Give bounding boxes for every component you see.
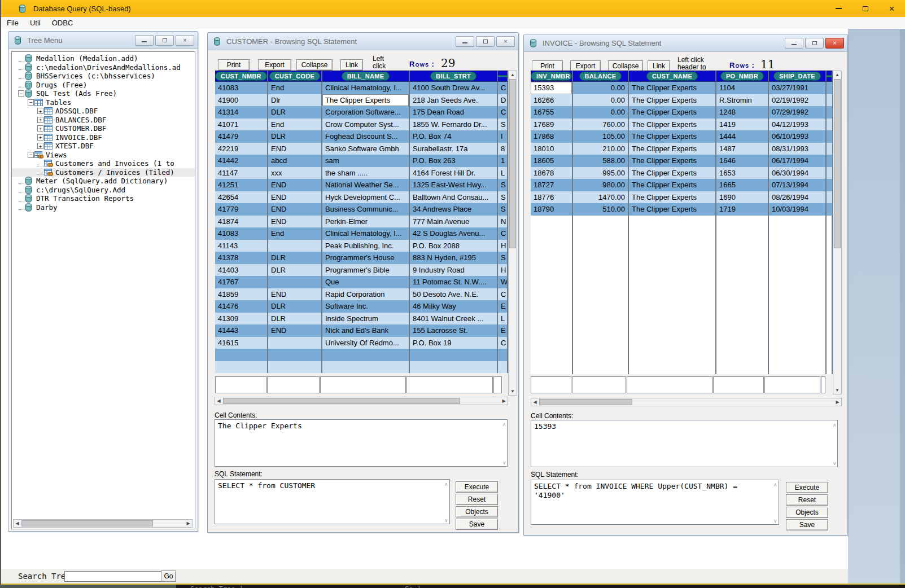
grid-cell[interactable]: Sanko Software Gmbh bbox=[322, 143, 410, 155]
maximize-button[interactable] bbox=[805, 38, 824, 49]
grid-cell[interactable]: R.Stromin bbox=[716, 94, 769, 107]
save-button[interactable]: Save bbox=[456, 519, 498, 530]
grid-cell[interactable]: Peak Publishing, Inc. bbox=[322, 240, 410, 252]
grid-cell[interactable]: 07/13/1994 bbox=[769, 179, 827, 191]
tree-expander-minus-icon[interactable]: − bbox=[18, 90, 24, 96]
grid-cell[interactable]: E bbox=[498, 324, 508, 337]
grid-cell[interactable]: 06/10/1993 bbox=[769, 130, 827, 143]
grid-cell[interactable] bbox=[268, 337, 322, 349]
reset-button[interactable]: Reset bbox=[456, 494, 498, 505]
grid-cell[interactable]: 08/31/1993 bbox=[769, 143, 827, 155]
grid-cell[interactable]: Foghead Discount S... bbox=[322, 130, 410, 143]
grid-cell[interactable]: 18010 bbox=[531, 143, 573, 155]
grid-cell[interactable]: Dlr bbox=[268, 94, 322, 107]
grid-cell[interactable]: the sham ..... bbox=[322, 167, 410, 179]
column-header-partial[interactable] bbox=[498, 71, 508, 82]
tree-expander-plus-icon[interactable]: + bbox=[37, 108, 43, 114]
export-button[interactable]: Export bbox=[258, 59, 291, 71]
grid-cell[interactable]: Crow Computer Syst... bbox=[322, 119, 410, 131]
grid-cell[interactable]: Corporation Software... bbox=[322, 106, 410, 119]
grid-cell[interactable]: 16266 bbox=[531, 94, 573, 107]
grid-cell[interactable]: 41251 bbox=[215, 179, 268, 191]
tree-item[interactable]: c:\drugs\SqlQuery.Add bbox=[12, 186, 195, 195]
tree-item[interactable]: −Tables bbox=[12, 98, 195, 107]
tree-item[interactable]: −Views bbox=[12, 151, 195, 160]
grid-cell[interactable]: 41443 bbox=[215, 324, 268, 337]
grid-cell[interactable]: Clinical Hematology, I... bbox=[322, 82, 410, 94]
grid-cell[interactable]: 04/12/1993 bbox=[769, 119, 827, 131]
grid-cell[interactable]: End bbox=[268, 82, 322, 94]
grid-cell[interactable]: 9 Industry Road bbox=[410, 264, 498, 277]
scroll-right-arrow[interactable]: ▶ bbox=[500, 397, 508, 405]
collapse-button[interactable]: Collapse bbox=[608, 60, 643, 72]
grid-cell[interactable]: 1665 bbox=[716, 179, 769, 191]
column-header-partial[interactable] bbox=[827, 71, 833, 82]
grid-cell[interactable]: D bbox=[498, 94, 508, 107]
grid-cell[interactable]: DLR bbox=[268, 300, 322, 313]
grid-cell[interactable]: Clinical Hematology, I... bbox=[322, 227, 410, 240]
scroll-up-arrow[interactable]: ▲ bbox=[833, 71, 841, 78]
grid-cell[interactable]: 1653 bbox=[716, 167, 769, 179]
grid-cell[interactable]: Balltown And Consau... bbox=[410, 191, 498, 204]
grid-cell[interactable]: 41314 bbox=[215, 106, 268, 119]
tree-expander-plus-icon[interactable]: + bbox=[37, 134, 43, 141]
grid-cell[interactable]: 08/26/1994 bbox=[769, 191, 827, 204]
grid-cell[interactable] bbox=[215, 349, 268, 361]
grid-cell[interactable]: 510.00 bbox=[573, 203, 629, 216]
grid-footer-cell[interactable] bbox=[215, 376, 266, 393]
grid-cell[interactable]: Que bbox=[322, 276, 410, 288]
grid-cell[interactable]: W bbox=[498, 276, 508, 288]
maximize-button[interactable] bbox=[476, 36, 495, 47]
grid-cell[interactable]: 41479 bbox=[215, 130, 268, 143]
close-icon[interactable]: × bbox=[176, 35, 194, 46]
grid-cell[interactable]: 42 S Douglas Avenu... bbox=[410, 227, 498, 240]
grid-cell[interactable]: 1104 bbox=[716, 82, 769, 94]
grid-cell[interactable]: The Clipper Experts bbox=[629, 191, 716, 204]
grid-cell[interactable]: 41083 bbox=[215, 227, 268, 240]
grid-cell[interactable]: Inside Spectrum bbox=[322, 313, 410, 325]
grid-cell[interactable]: 41767 bbox=[215, 276, 268, 288]
tree-item[interactable]: +ADSSQL.DBF bbox=[12, 107, 195, 116]
grid-cell[interactable]: 18727 bbox=[531, 179, 573, 191]
app-close-button[interactable]: × bbox=[878, 0, 905, 17]
grid-cell[interactable] bbox=[215, 361, 268, 374]
grid-cell[interactable] bbox=[322, 361, 410, 374]
grid-cell[interactable]: 07/29/1992 bbox=[769, 106, 827, 119]
app-maximize-button[interactable] bbox=[852, 0, 878, 17]
grid-cell[interactable]: P.O. Box 2088 bbox=[410, 240, 498, 252]
app-minimize-button[interactable] bbox=[825, 0, 852, 17]
grid-cell[interactable]: 16755 bbox=[531, 106, 573, 119]
grid-cell[interactable]: 0.00 bbox=[573, 82, 629, 94]
tree-expander-minus-icon[interactable]: − bbox=[28, 99, 34, 106]
scroll-down-arrow[interactable]: ▼ bbox=[509, 388, 517, 395]
scroll-left-arrow[interactable]: ◀ bbox=[531, 398, 539, 406]
tree-item[interactable]: Customers and Invoices (1 to bbox=[12, 159, 195, 168]
grid-cell[interactable]: 4164 Forest Hill Dr. bbox=[410, 167, 498, 179]
grid-cell[interactable]: H bbox=[498, 264, 508, 277]
customer-cell-contents[interactable]: The Clipper Experts bbox=[215, 419, 508, 467]
grid-footer-cell[interactable] bbox=[627, 376, 712, 393]
grid-cell[interactable]: 41476 bbox=[215, 300, 268, 313]
link-button[interactable]: Link bbox=[340, 59, 363, 71]
tree-item[interactable]: BHSServices (c:\bhsservices) bbox=[12, 72, 195, 81]
grid-cell[interactable]: Programmer's House bbox=[322, 252, 410, 264]
grid-cell[interactable]: S bbox=[498, 203, 508, 216]
grid-cell[interactable]: The Clipper Experts bbox=[629, 130, 716, 143]
grid-cell[interactable]: 1444 bbox=[716, 130, 769, 143]
column-header-PO_NMBR[interactable]: PO_NMBR bbox=[716, 71, 769, 82]
tree-item[interactable]: Customers / Invoices (Tiled) bbox=[12, 168, 195, 177]
grid-footer-cell[interactable] bbox=[320, 376, 406, 393]
execute-button[interactable]: Execute bbox=[786, 482, 828, 493]
grid-cell[interactable]: DLR bbox=[268, 252, 322, 264]
column-header-CUST_NMBR[interactable]: CUST_NMBR bbox=[215, 71, 268, 82]
grid-cell[interactable]: L bbox=[498, 167, 508, 179]
tree-item[interactable]: +XTEST.DBF bbox=[12, 142, 195, 151]
search-tree-input[interactable] bbox=[64, 571, 161, 582]
tree-item[interactable]: Medallion (Medalion.add) bbox=[12, 54, 195, 63]
grid-cell[interactable]: 1248 bbox=[716, 106, 769, 119]
grid-cell[interactable]: The Clipper Experts bbox=[629, 106, 716, 119]
tree-item[interactable]: Darby bbox=[12, 203, 195, 212]
grid-cell[interactable]: DLR bbox=[268, 106, 322, 119]
objects-button[interactable]: Objects bbox=[786, 507, 828, 518]
grid-cell[interactable]: 41615 bbox=[215, 337, 268, 349]
